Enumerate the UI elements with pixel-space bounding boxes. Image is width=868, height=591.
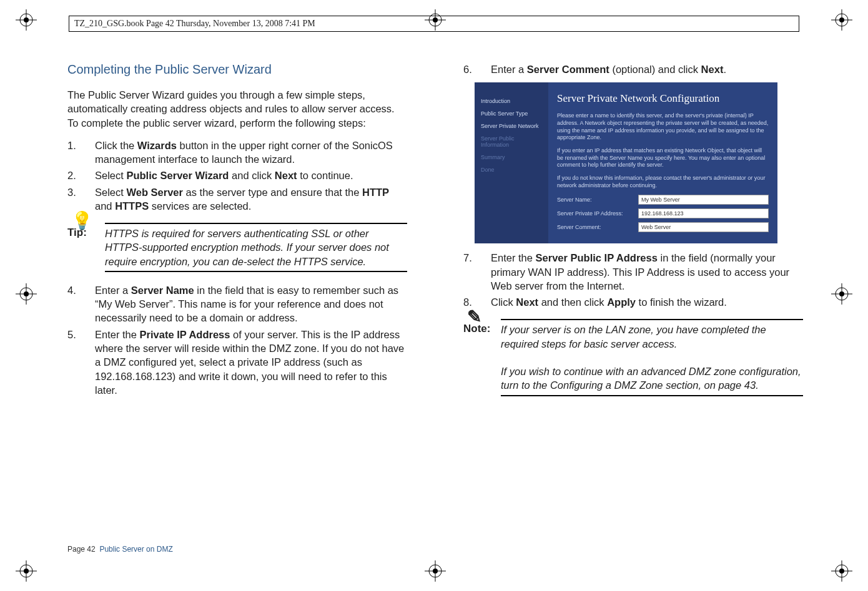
step-1: 1.Click the Wizards button in the upper … bbox=[67, 139, 407, 167]
wizard-nav-item: Server Private Network bbox=[480, 120, 543, 132]
server-comment-input[interactable] bbox=[638, 222, 769, 232]
wizard-nav-item: Public Server Type bbox=[480, 107, 543, 120]
server-comment-label: Server Comment: bbox=[557, 224, 638, 230]
wizard-title: Server Private Network Configuration bbox=[557, 89, 769, 112]
page-footer: Page 42 Public Server on DMZ bbox=[67, 545, 173, 554]
crop-mark-icon bbox=[425, 560, 446, 582]
note-callout: ✎Note: If your server is on the LAN zone… bbox=[463, 319, 803, 396]
server-ip-input[interactable] bbox=[638, 208, 769, 218]
note-text-1: If your server is on the LAN zone, you h… bbox=[501, 324, 766, 349]
lightbulb-icon: 💡 bbox=[71, 210, 93, 231]
crop-mark-icon bbox=[16, 283, 37, 305]
step-7: 7.Enter the Server Public IP Address in … bbox=[463, 251, 803, 293]
note-text-2: If you wish to continue with an advanced… bbox=[501, 366, 801, 391]
crop-mark-icon bbox=[831, 9, 852, 31]
server-name-label: Server Name: bbox=[557, 197, 638, 203]
wizard-nav-item: Server Public Information bbox=[480, 132, 543, 151]
crop-mark-icon bbox=[831, 560, 852, 582]
crop-mark-icon bbox=[16, 9, 37, 31]
intro-paragraph: The Public Server Wizard guides you thro… bbox=[67, 88, 407, 130]
wizard-para: If you do not know this information, ple… bbox=[557, 175, 769, 189]
step-8: 8.Click Next and then click Apply to fin… bbox=[463, 295, 803, 309]
pencil-icon: ✎ bbox=[467, 306, 481, 327]
wizard-para: Please enter a name to identify this ser… bbox=[557, 112, 769, 142]
tip-callout: 💡Tip: HTTPS is required for servers auth… bbox=[67, 223, 407, 272]
wizard-nav-item: Introduction bbox=[480, 95, 543, 107]
wizard-para: If you enter an IP address that matches … bbox=[557, 147, 769, 169]
left-column: Completing the Public Server Wizard The … bbox=[67, 62, 407, 408]
server-ip-label: Server Private IP Address: bbox=[557, 210, 638, 217]
section-heading: Completing the Public Server Wizard bbox=[67, 62, 407, 77]
doc-header: TZ_210_GSG.book Page 42 Thursday, Novemb… bbox=[69, 16, 799, 32]
step-5: 5.Enter the Private IP Address of your s… bbox=[67, 328, 407, 397]
step-6: 6.Enter a Server Comment (optional) and … bbox=[463, 62, 803, 76]
wizard-screenshot: Introduction Public Server Type Server P… bbox=[475, 82, 777, 243]
step-3: 3.Select Web Server as the server type a… bbox=[67, 185, 407, 213]
step-2: 2.Select Public Server Wizard and click … bbox=[67, 169, 407, 182]
wizard-nav-item: Summary bbox=[480, 151, 543, 164]
crop-mark-icon bbox=[16, 560, 37, 582]
crop-mark-icon bbox=[831, 283, 852, 305]
step-4: 4.Enter a Server Name in the field that … bbox=[67, 283, 407, 325]
wizard-nav-item: Done bbox=[480, 164, 543, 176]
right-column: 6.Enter a Server Comment (optional) and … bbox=[463, 62, 803, 408]
wizard-nav: Introduction Public Server Type Server P… bbox=[475, 82, 548, 243]
server-name-input[interactable] bbox=[638, 195, 769, 205]
